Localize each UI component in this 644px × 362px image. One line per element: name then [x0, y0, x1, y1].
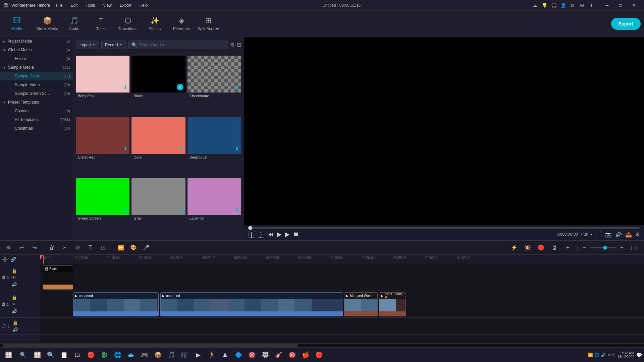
audio-lock[interactable]: 🔒	[12, 320, 18, 325]
playhead[interactable]	[43, 255, 44, 264]
tree-folder[interactable]: Folder (0)	[0, 54, 73, 63]
taskbar-app-media[interactable]: 🐟	[125, 349, 138, 361]
tree-project_media[interactable]: ▶ Project Media (5)	[0, 37, 73, 46]
taskbar-app-target[interactable]: 🔷	[232, 349, 245, 361]
tree-sample_green_sc___[interactable]: Sample Green Sc... (10)	[0, 89, 73, 98]
play-alt-btn[interactable]: ▶	[285, 231, 290, 238]
toolbar-audio[interactable]: 🎵Audio	[61, 12, 88, 36]
taskbar-app-browser[interactable]: 🔴	[85, 349, 97, 361]
search-input[interactable]	[139, 43, 225, 47]
tree-custom[interactable]: Custom (0)	[0, 107, 73, 115]
record-button[interactable]: Record ▼	[101, 41, 126, 49]
close-btn[interactable]: ✕	[627, 0, 641, 11]
taskbar-app-target2[interactable]: 🎸	[272, 349, 285, 361]
stop-btn[interactable]: ⏹	[293, 231, 299, 238]
toolbar-stock[interactable]: 📦Stock Media	[34, 12, 61, 36]
menu-help[interactable]: Help	[136, 2, 151, 8]
playhead-handle[interactable]	[40, 255, 43, 259]
taskbar-app-file-explorer[interactable]: 🪟	[31, 349, 44, 361]
quality-selector[interactable]: Full ▼	[581, 232, 593, 237]
taskbar-app-app-store[interactable]: 🌐	[111, 349, 124, 361]
taskbar-sound-icon[interactable]: 🔊	[601, 353, 606, 357]
cut-btn[interactable]: ✂	[59, 243, 70, 252]
tree-sample_media[interactable]: ▼ Sample Media (101)	[0, 63, 73, 72]
taskbar-search[interactable]: 🔍	[17, 349, 30, 361]
taskbar-app-run[interactable]: 🎼	[178, 349, 191, 361]
speed-btn[interactable]: ⏩	[115, 243, 126, 252]
import-button[interactable]: Import ▼	[76, 41, 99, 49]
taskbar-time[interactable]: 3:32 AM 15/12/2022	[618, 351, 634, 359]
taskbar-app-monitor[interactable]: ♟	[219, 349, 231, 361]
maximize-btn[interactable]: □	[614, 0, 627, 11]
media-card-green-screen[interactable]: ⬇ Green Screen	[76, 178, 129, 237]
settings-tl-btn[interactable]: ⚙	[3, 243, 14, 252]
fit-btn[interactable]: |↔|	[627, 243, 641, 252]
toolbar-titles[interactable]: TTitles	[88, 12, 114, 36]
track2-lock[interactable]: 🔒	[11, 268, 17, 274]
start-button[interactable]: 🪟	[2, 349, 15, 361]
record-dropdown-icon[interactable]: ▼	[119, 43, 123, 47]
search-bar[interactable]: 🔍	[128, 41, 228, 49]
seekbar-thumb[interactable]	[248, 226, 252, 230]
toolbar-elements[interactable]: ◈Elements	[168, 12, 195, 36]
tree-all_templates[interactable]: All Templates (1086)	[0, 115, 73, 124]
menu-export[interactable]: Export	[116, 2, 135, 8]
crop-btn[interactable]: ⊡	[98, 243, 108, 252]
cloud-icon[interactable]: ☁	[532, 2, 538, 8]
filter-icon[interactable]: ⚙	[230, 42, 235, 48]
taskbar-app-piano[interactable]: 📦	[152, 349, 164, 361]
audio-mute[interactable]: 🔊	[12, 327, 18, 332]
link-icon[interactable]: 🔗	[10, 257, 16, 262]
add-media-icon[interactable]: ➕	[2, 257, 8, 262]
text-btn[interactable]: T	[85, 243, 96, 252]
menu-view[interactable]: View	[100, 2, 115, 8]
taskbar-arrow-icon[interactable]: 🔼	[588, 353, 593, 357]
snap-btn[interactable]: ⚡	[509, 243, 520, 252]
export-button[interactable]: Export	[611, 18, 641, 30]
export-frame-icon[interactable]: 📤	[625, 231, 632, 238]
track1-lock[interactable]: 🔒	[11, 295, 17, 300]
media-card-coral[interactable]: ⬇ Coral	[131, 117, 185, 176]
tree-preset_templates[interactable]: ▼ Preset Templates	[0, 98, 73, 107]
toolbar-effects[interactable]: ✨Effects	[141, 12, 168, 36]
record-tl-btn[interactable]: 🔴	[536, 243, 546, 252]
track1-hide[interactable]: 👁	[11, 302, 17, 307]
mail-icon[interactable]: ✉	[579, 2, 585, 8]
media-card-black[interactable]: ✓ Black	[131, 56, 185, 115]
voice-btn[interactable]: 🎤	[141, 243, 152, 252]
undo-btn[interactable]: ↩	[16, 243, 27, 252]
fullscreen-icon[interactable]: ⛶	[596, 231, 602, 237]
user-icon[interactable]: 👤	[560, 2, 566, 8]
settings-preview-icon[interactable]: ⚙	[635, 231, 640, 238]
zoom-out-btn[interactable]: －	[582, 244, 587, 251]
taskbar-app-red-app[interactable]: 🍎	[299, 349, 312, 361]
toolbar-transitions[interactable]: ⬡Transitions	[114, 12, 141, 36]
media-card-checkboard[interactable]: ⬇ Checkboard	[187, 56, 241, 115]
taskbar-app-21[interactable]: 🔴	[313, 349, 325, 361]
taskbar-app-winamp[interactable]: 📋	[58, 349, 70, 361]
media-card-lavender[interactable]: ⬇ Lavender	[187, 178, 241, 237]
view-toggle-icon[interactable]: ⊞	[237, 42, 241, 48]
media-card-deep-blue[interactable]: ⬇ Deep Blue	[187, 117, 241, 176]
audio-btn[interactable]: 🔇	[522, 243, 533, 252]
timeline-scrollbar[interactable]	[0, 343, 644, 347]
track1-mute[interactable]: 🔊	[11, 308, 17, 314]
zoom-slider[interactable]	[590, 247, 616, 248]
taskbar-app-file-mgr[interactable]: 🐉	[98, 349, 111, 361]
disable-btn[interactable]: ⊘	[72, 243, 83, 252]
taskbar-app-play[interactable]: 🎵	[165, 349, 178, 361]
tree-christmas[interactable]: Christmas (34)	[0, 124, 73, 133]
media-card-gray[interactable]: ⬇ Gray	[131, 178, 185, 237]
taskbar-app-guitar[interactable]: 🐺	[259, 349, 272, 361]
mark-in-btn[interactable]: {	[248, 231, 255, 238]
taskbar-app-music[interactable]: 🎮	[138, 349, 151, 361]
menu-tools[interactable]: Tools	[82, 2, 98, 8]
download-icon[interactable]: ⬇	[588, 2, 594, 8]
taskbar-app-taskview[interactable]: 🔍	[44, 349, 57, 361]
scrollbar-thumb[interactable]	[3, 344, 298, 347]
tree-sample_video[interactable]: Sample Video (20)	[0, 80, 73, 89]
menu-file[interactable]: File	[53, 2, 66, 8]
screenshot-icon[interactable]: 📷	[605, 231, 612, 238]
toolbar-splitscreen[interactable]: ⊞Split Screen	[195, 12, 222, 36]
headset-icon[interactable]: 🎧	[551, 2, 557, 8]
